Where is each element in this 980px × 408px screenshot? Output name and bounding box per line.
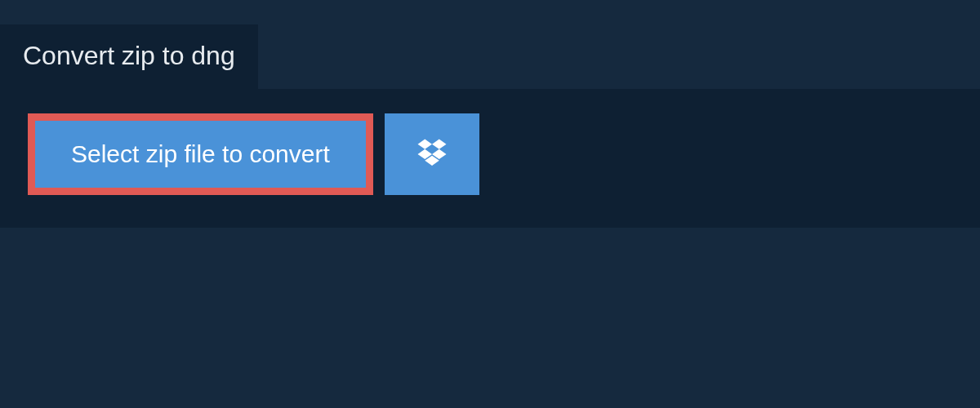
select-file-label: Select zip file to convert xyxy=(71,140,330,167)
dropbox-button[interactable] xyxy=(385,113,479,195)
select-file-button[interactable]: Select zip file to convert xyxy=(28,113,373,195)
button-row: Select zip file to convert xyxy=(28,113,952,195)
main-panel: Select zip file to convert xyxy=(0,89,980,228)
dropbox-icon xyxy=(415,136,449,173)
tab-title: Convert zip to dng xyxy=(23,41,235,70)
tab-convert[interactable]: Convert zip to dng xyxy=(0,24,258,89)
